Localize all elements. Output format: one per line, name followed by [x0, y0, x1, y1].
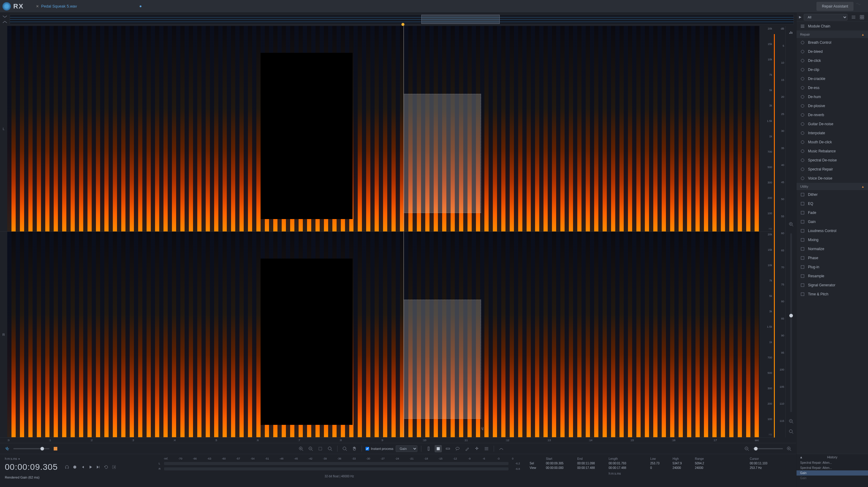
module-icon: [800, 85, 805, 90]
history-panel: ▲ History Spectral Repair: Atten...Spect…: [797, 454, 868, 487]
module-icon: [800, 246, 805, 251]
curve-tool-icon[interactable]: [498, 445, 505, 452]
module-item-spectral-repair[interactable]: Spectral Repair: [797, 165, 868, 174]
module-item-time-pitch[interactable]: Time & Pitch: [797, 290, 868, 299]
hand-tool-icon[interactable]: [351, 445, 358, 452]
module-item-de-crackle[interactable]: De-crackle: [797, 74, 868, 83]
module-item-voice-de-noise[interactable]: Voice De-noise: [797, 174, 868, 183]
module-item-de-plosive[interactable]: De-plosive: [797, 101, 868, 111]
preview-play-icon[interactable]: ▶: [799, 15, 801, 19]
time-format-label[interactable]: h:m:s.ms ▼: [5, 457, 149, 460]
wand-select-icon[interactable]: [473, 445, 480, 452]
process-select[interactable]: Gain: [396, 445, 417, 452]
module-icon: [800, 201, 805, 206]
file-tab[interactable]: ✕ Pedal Squeak 5.wav: [31, 2, 147, 10]
module-item-dither[interactable]: Dither: [797, 190, 868, 199]
spectrum-settings-icon[interactable]: [787, 28, 795, 36]
utility-section-header[interactable]: Utility ▲: [797, 183, 868, 190]
module-item-de-ess[interactable]: De-ess: [797, 83, 868, 92]
brush-select-icon[interactable]: [464, 445, 471, 452]
zoom-fit-icon[interactable]: [326, 445, 334, 452]
module-item-de-clip[interactable]: De-clip: [797, 65, 868, 74]
spectrogram-left[interactable]: [7, 26, 760, 232]
module-item-breath-control[interactable]: Breath Control: [797, 38, 868, 47]
vertical-zoom-slider[interactable]: [790, 233, 792, 412]
zoom-in-vert-icon[interactable]: [787, 220, 795, 228]
headphone-icon[interactable]: [64, 464, 70, 470]
module-item-de-hum[interactable]: De-hum: [797, 92, 868, 101]
playhead-marker-icon[interactable]: [401, 23, 404, 26]
spectrogram-view-icon[interactable]: [52, 445, 59, 452]
svg-rect-14: [446, 448, 450, 449]
module-icon: [800, 167, 805, 172]
module-filter-select[interactable]: All: [804, 14, 847, 21]
freq-select-icon[interactable]: [444, 445, 452, 452]
history-item[interactable]: Gain: [797, 470, 868, 476]
list-view-icon[interactable]: [850, 13, 857, 21]
selection-region[interactable]: [404, 94, 481, 213]
record-icon[interactable]: [72, 464, 78, 470]
overview-timeline[interactable]: [10, 14, 794, 24]
module-item-de-click[interactable]: De-click: [797, 56, 868, 65]
rewind-icon[interactable]: [80, 464, 86, 470]
history-expand-icon[interactable]: ▲: [800, 455, 803, 459]
module-item-de-reverb[interactable]: De-reverb: [797, 111, 868, 120]
module-item-loudness-control[interactable]: Loudness Control: [797, 226, 868, 235]
overview-toggle[interactable]: [0, 13, 10, 26]
module-item-plug-in[interactable]: Plug-in: [797, 263, 868, 272]
overview-selection[interactable]: [421, 15, 500, 24]
time-select-icon[interactable]: [425, 445, 432, 452]
opacity-slider[interactable]: [13, 448, 50, 449]
history-item[interactable]: Spectral Repair: Atten...: [797, 460, 868, 465]
zoom-out-vert-icon[interactable]: [787, 418, 795, 425]
close-icon[interactable]: ✕: [36, 4, 39, 8]
selection-region[interactable]: [404, 300, 481, 419]
module-item-spectral-de-noise[interactable]: Spectral De-noise: [797, 156, 868, 165]
svg-point-5: [789, 430, 792, 433]
follow-icon[interactable]: [111, 464, 117, 470]
module-item-signal-generator[interactable]: Signal Generator: [797, 281, 868, 290]
module-item-phase[interactable]: Phase: [797, 253, 868, 263]
play-selection-icon[interactable]: [95, 464, 101, 470]
module-item-music-rebalance[interactable]: Music Rebalance: [797, 147, 868, 156]
module-chain-button[interactable]: Module Chain: [797, 22, 868, 31]
zoom-selection-icon[interactable]: [317, 445, 324, 452]
module-icon: [800, 77, 805, 81]
rect-select-icon[interactable]: [435, 445, 442, 452]
waveform-view-icon[interactable]: [4, 445, 11, 452]
module-item-gain[interactable]: Gain: [797, 217, 868, 226]
module-item-de-bleed[interactable]: De-bleed: [797, 47, 868, 56]
svg-point-24: [801, 41, 804, 44]
module-item-mixing[interactable]: Mixing: [797, 235, 868, 244]
svg-point-18: [73, 465, 76, 468]
zoom-out-icon[interactable]: [307, 445, 314, 452]
zoom-h-out-icon[interactable]: [743, 445, 750, 452]
module-item-resample[interactable]: Resample: [797, 272, 868, 281]
play-icon[interactable]: [88, 464, 93, 470]
history-item[interactable]: Gain: [797, 476, 868, 481]
module-item-guitar-de-noise[interactable]: Guitar De-noise: [797, 120, 868, 128]
module-item-normalize[interactable]: Normalize: [797, 244, 868, 253]
spectrogram-right[interactable]: ☟: [7, 232, 760, 437]
time-ruler[interactable]: :0:1:2:3:4:5:6:7:8:9:10:11:12:13:14:15:1…: [0, 437, 796, 443]
zoom-h-in-icon[interactable]: [785, 445, 793, 452]
lasso-select-icon[interactable]: [454, 445, 461, 452]
repair-section-header[interactable]: Repair ▲: [797, 31, 868, 38]
loop-icon[interactable]: [103, 464, 109, 470]
module-item-fade[interactable]: Fade: [797, 208, 868, 217]
zoom-in-icon[interactable]: [298, 445, 305, 452]
instant-process-checkbox[interactable]: Instant process: [366, 447, 394, 451]
harmonics-icon[interactable]: [483, 445, 490, 452]
module-item-mouth-de-click[interactable]: Mouth De-click: [797, 138, 868, 147]
amplitude-meter: [773, 26, 776, 437]
channel-left-label: L: [0, 26, 7, 232]
module-item-interpolate[interactable]: Interpolate: [797, 128, 868, 138]
h-zoom-slider[interactable]: [753, 448, 783, 449]
repair-assistant-button[interactable]: Repair Assistant: [816, 2, 854, 11]
module-item-eq[interactable]: EQ: [797, 199, 868, 208]
spectrogram-display[interactable]: ☟: [7, 26, 760, 437]
zoom-tool-icon[interactable]: [341, 445, 348, 452]
zoom-fit-icon[interactable]: [787, 428, 795, 435]
history-item[interactable]: Spectral Repair: Atten...: [797, 465, 868, 470]
grid-view-icon[interactable]: [858, 13, 866, 21]
